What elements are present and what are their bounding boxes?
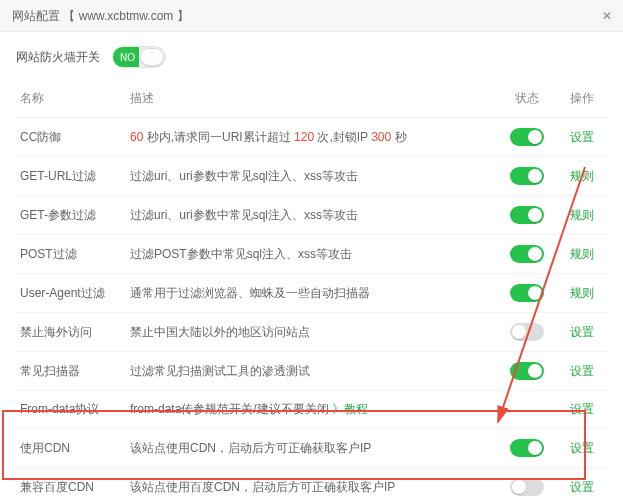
cell-state bbox=[497, 235, 557, 274]
op-link[interactable]: 设置 bbox=[570, 325, 594, 339]
op-link[interactable]: 规则 bbox=[570, 247, 594, 261]
table-row: 常见扫描器过滤常见扫描测试工具的渗透测试设置 bbox=[16, 352, 607, 391]
cell-name: 兼容百度CDN bbox=[16, 468, 126, 501]
toggle-knob bbox=[528, 364, 542, 378]
op-link[interactable]: 规则 bbox=[570, 208, 594, 222]
op-link[interactable]: 规则 bbox=[570, 169, 594, 183]
toggle-knob bbox=[140, 48, 164, 66]
cell-state bbox=[497, 274, 557, 313]
table-header-row: 名称 描述 状态 操作 bbox=[16, 82, 607, 118]
row-toggle[interactable] bbox=[510, 245, 544, 263]
toggle-knob bbox=[528, 286, 542, 300]
row-toggle[interactable] bbox=[510, 439, 544, 457]
toggle-text: NO bbox=[120, 47, 135, 69]
cell-name: GET-URL过滤 bbox=[16, 157, 126, 196]
cell-op: 规则 bbox=[557, 274, 607, 313]
op-link[interactable]: 设置 bbox=[570, 480, 594, 494]
cell-desc: 过滤常见扫描测试工具的渗透测试 bbox=[126, 352, 497, 391]
th-state: 状态 bbox=[497, 82, 557, 118]
row-toggle[interactable] bbox=[510, 167, 544, 185]
cell-name: POST过滤 bbox=[16, 235, 126, 274]
firewall-label: 网站防火墙开关 bbox=[16, 49, 100, 66]
th-name: 名称 bbox=[16, 82, 126, 118]
window-title: 网站配置 【 www.xcbtmw.com 】 bbox=[12, 9, 189, 23]
cell-name: 禁止海外访问 bbox=[16, 313, 126, 352]
cell-op: 规则 bbox=[557, 157, 607, 196]
cell-op: 规则 bbox=[557, 235, 607, 274]
toggle-knob bbox=[528, 130, 542, 144]
op-link[interactable]: 规则 bbox=[570, 286, 594, 300]
cell-op: 设置 bbox=[557, 429, 607, 468]
cell-op: 设置 bbox=[557, 313, 607, 352]
cell-desc: 过滤uri、uri参数中常见sql注入、xss等攻击 bbox=[126, 196, 497, 235]
op-link[interactable]: 设置 bbox=[570, 402, 594, 416]
row-toggle[interactable] bbox=[510, 323, 544, 341]
cell-state bbox=[497, 157, 557, 196]
toggle-knob bbox=[528, 247, 542, 261]
row-toggle[interactable] bbox=[510, 362, 544, 380]
cell-op: 设置 bbox=[557, 352, 607, 391]
cell-desc: 该站点使用CDN，启动后方可正确获取客户IP bbox=[126, 429, 497, 468]
cell-state bbox=[497, 468, 557, 501]
toggle-knob bbox=[528, 169, 542, 183]
table-row: User-Agent过滤通常用于过滤浏览器、蜘蛛及一些自动扫描器规则 bbox=[16, 274, 607, 313]
cell-desc: 过滤POST参数中常见sql注入、xss等攻击 bbox=[126, 235, 497, 274]
table-row: 使用CDN该站点使用CDN，启动后方可正确获取客户IP设置 bbox=[16, 429, 607, 468]
row-toggle[interactable] bbox=[510, 206, 544, 224]
firewall-toggle[interactable]: NO bbox=[112, 46, 166, 68]
cell-desc: 过滤uri、uri参数中常见sql注入、xss等攻击 bbox=[126, 157, 497, 196]
cell-desc: from-data传参规范开关/建议不要关闭 》教程 bbox=[126, 391, 497, 429]
op-link[interactable]: 设置 bbox=[570, 130, 594, 144]
toggle-knob bbox=[528, 441, 542, 455]
cell-state bbox=[497, 429, 557, 468]
cell-state: -- bbox=[497, 391, 557, 429]
cell-state bbox=[497, 352, 557, 391]
th-op: 操作 bbox=[557, 82, 607, 118]
table-row: 兼容百度CDN该站点使用百度CDN，启动后方可正确获取客户IP设置 bbox=[16, 468, 607, 501]
cell-name: From-data协议 bbox=[16, 391, 126, 429]
toggle-knob bbox=[512, 480, 526, 494]
row-toggle[interactable] bbox=[510, 284, 544, 302]
table-row: GET-URL过滤过滤uri、uri参数中常见sql注入、xss等攻击规则 bbox=[16, 157, 607, 196]
table-row: From-data协议from-data传参规范开关/建议不要关闭 》教程--设… bbox=[16, 391, 607, 429]
cell-name: User-Agent过滤 bbox=[16, 274, 126, 313]
th-desc: 描述 bbox=[126, 82, 497, 118]
table-row: POST过滤过滤POST参数中常见sql注入、xss等攻击规则 bbox=[16, 235, 607, 274]
cell-desc: 60 秒内,请求同一URI累计超过 120 次,封锁IP 300 秒 bbox=[126, 118, 497, 157]
close-button[interactable]: ✕ bbox=[591, 0, 623, 32]
toggle-knob bbox=[528, 208, 542, 222]
cell-name: 使用CDN bbox=[16, 429, 126, 468]
row-toggle[interactable] bbox=[510, 478, 544, 496]
tutorial-link[interactable]: 》教程 bbox=[332, 402, 368, 416]
cell-desc: 禁止中国大陆以外的地区访问站点 bbox=[126, 313, 497, 352]
cell-name: 常见扫描器 bbox=[16, 352, 126, 391]
op-link[interactable]: 设置 bbox=[570, 364, 594, 378]
cell-op: 设置 bbox=[557, 391, 607, 429]
cell-op: 设置 bbox=[557, 118, 607, 157]
cell-state bbox=[497, 313, 557, 352]
cell-state bbox=[497, 118, 557, 157]
cell-op: 规则 bbox=[557, 196, 607, 235]
table-row: GET-参数过滤过滤uri、uri参数中常见sql注入、xss等攻击规则 bbox=[16, 196, 607, 235]
cell-state bbox=[497, 196, 557, 235]
content-panel: 网站防火墙开关 NO 名称 描述 状态 操作 CC防御60 秒内,请求同一URI… bbox=[0, 32, 623, 500]
op-link[interactable]: 设置 bbox=[570, 441, 594, 455]
close-icon: ✕ bbox=[602, 0, 612, 32]
settings-table: 名称 描述 状态 操作 CC防御60 秒内,请求同一URI累计超过 120 次,… bbox=[16, 82, 607, 500]
title-bar: 网站配置 【 www.xcbtmw.com 】 ✕ bbox=[0, 0, 623, 32]
firewall-switch-row: 网站防火墙开关 NO bbox=[16, 46, 607, 68]
table-row: CC防御60 秒内,请求同一URI累计超过 120 次,封锁IP 300 秒设置 bbox=[16, 118, 607, 157]
cell-op: 设置 bbox=[557, 468, 607, 501]
row-toggle[interactable] bbox=[510, 128, 544, 146]
cell-desc: 通常用于过滤浏览器、蜘蛛及一些自动扫描器 bbox=[126, 274, 497, 313]
cell-name: CC防御 bbox=[16, 118, 126, 157]
cell-desc: 该站点使用百度CDN，启动后方可正确获取客户IP bbox=[126, 468, 497, 501]
toggle-knob bbox=[512, 325, 526, 339]
cell-name: GET-参数过滤 bbox=[16, 196, 126, 235]
table-row: 禁止海外访问禁止中国大陆以外的地区访问站点设置 bbox=[16, 313, 607, 352]
